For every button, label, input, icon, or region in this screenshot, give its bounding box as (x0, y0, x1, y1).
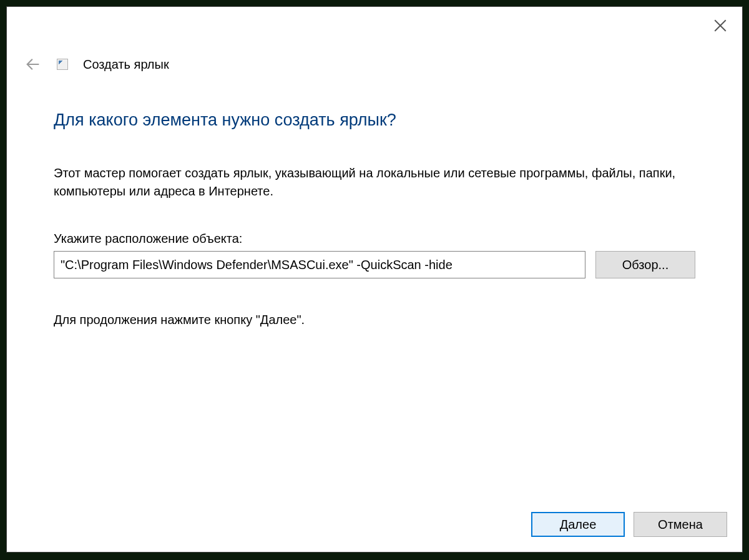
cancel-button[interactable]: Отмена (634, 512, 727, 537)
back-arrow-icon[interactable] (24, 56, 42, 73)
location-input[interactable] (54, 251, 585, 278)
location-label: Укажите расположение объекта: (54, 232, 695, 246)
wizard-window: Создать ярлык Для какого элемента нужно … (6, 6, 743, 553)
next-button[interactable]: Далее (531, 512, 625, 537)
window-title: Создать ярлык (83, 57, 169, 72)
location-row: Обзор... (54, 251, 695, 278)
wizard-content: Для какого элемента нужно создать ярлык?… (7, 73, 742, 327)
continue-text: Для продолжения нажмите кнопку "Далее". (54, 313, 695, 327)
wizard-heading: Для какого элемента нужно создать ярлык? (54, 111, 695, 130)
shortcut-icon (57, 59, 68, 70)
close-icon[interactable] (714, 19, 727, 32)
wizard-description: Этот мастер помогает создать ярлык, указ… (54, 164, 695, 200)
browse-button[interactable]: Обзор... (595, 251, 695, 278)
wizard-header: Создать ярлык (7, 7, 742, 73)
wizard-footer: Далее Отмена (531, 512, 727, 537)
